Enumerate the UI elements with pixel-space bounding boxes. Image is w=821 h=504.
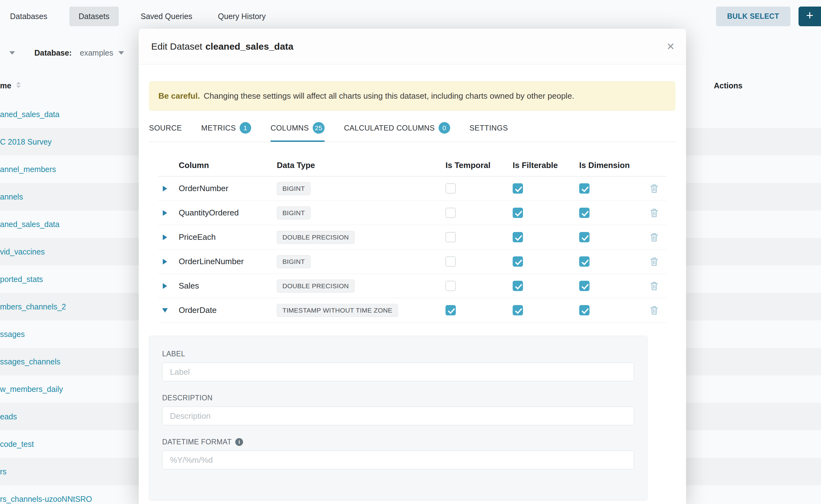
column-name: PriceEach — [172, 232, 270, 242]
database-filter-label: Database: — [34, 48, 72, 57]
tab-calculated-columns[interactable]: CALCULATED COLUMNS 0 — [344, 122, 450, 142]
is-filterable-checkbox[interactable] — [513, 256, 523, 267]
nav-tab-query-history[interactable]: Query History — [214, 7, 269, 26]
dataset-link[interactable]: ssages — [0, 330, 25, 339]
description-input[interactable] — [162, 407, 634, 425]
actions-column-header: Actions — [714, 81, 743, 90]
column-row-expanded: OrderDate TIMESTAMP WITHOUT TIME ZONE — [158, 298, 667, 323]
column-row: OrderNumber BIGINT — [158, 176, 667, 201]
delete-column-icon[interactable] — [650, 306, 658, 315]
is-temporal-checkbox[interactable] — [446, 183, 456, 194]
sort-icon[interactable] — [16, 82, 21, 88]
nav-actions: BULK SELECT + — [716, 7, 821, 26]
collapse-caret-icon[interactable] — [162, 308, 168, 313]
dataset-link[interactable]: eads — [0, 412, 17, 421]
tab-label: COLUMNS — [270, 124, 309, 132]
is-filterable-checkbox[interactable] — [513, 232, 523, 242]
is-dimension-checkbox[interactable] — [579, 232, 590, 242]
column-row: OrderLineNumber BIGINT — [158, 250, 667, 274]
is-temporal-checkbox[interactable] — [446, 305, 456, 315]
dataset-link[interactable]: C 2018 Survey — [0, 137, 52, 146]
datetime-format-field-label: DATETIME FORMAT — [162, 438, 231, 446]
warning-bold-text: Be careful. — [158, 91, 200, 101]
data-type-header: Data Type — [270, 161, 439, 170]
is-dimension-checkbox[interactable] — [579, 208, 590, 218]
chevron-down-icon[interactable] — [118, 51, 124, 55]
modal-title-dataset-name: cleaned_sales_data — [205, 41, 293, 52]
name-column-header[interactable]: me — [0, 81, 11, 90]
tab-label: METRICS — [201, 124, 236, 132]
dataset-link[interactable]: aned_sales_data — [0, 220, 59, 229]
delete-column-icon[interactable] — [650, 184, 658, 193]
dataset-link[interactable]: rs_channels-uzooNNtSRO — [0, 495, 92, 504]
is-dimension-checkbox[interactable] — [579, 305, 590, 315]
data-type-pill: TIMESTAMP WITHOUT TIME ZONE — [277, 304, 398, 317]
is-dimension-checkbox[interactable] — [579, 256, 590, 267]
warning-text: Changing these settings will affect all … — [204, 91, 574, 101]
database-filter-select[interactable]: examples — [80, 48, 113, 57]
delete-column-icon[interactable] — [650, 257, 658, 266]
column-row: PriceEach DOUBLE PRECISION — [158, 225, 667, 250]
columns-table: Column Data Type Is Temporal Is Filterab… — [158, 155, 667, 323]
is-temporal-checkbox[interactable] — [446, 281, 456, 291]
nav-tabs: Databases Datasets Saved Queries Query H… — [0, 7, 269, 26]
tab-source[interactable]: SOURCE — [149, 122, 182, 142]
delete-column-icon[interactable] — [650, 208, 658, 218]
expand-caret-icon[interactable] — [163, 210, 167, 216]
tab-settings[interactable]: SETTINGS — [470, 122, 508, 142]
dataset-link[interactable]: annels — [0, 192, 23, 201]
is-filterable-checkbox[interactable] — [513, 208, 523, 218]
add-dataset-button[interactable]: + — [799, 7, 821, 26]
is-dimension-checkbox[interactable] — [579, 183, 590, 194]
chevron-down-icon[interactable] — [9, 51, 15, 55]
column-row: Sales DOUBLE PRECISION — [158, 274, 667, 298]
tab-label: CALCULATED COLUMNS — [344, 124, 435, 132]
expand-caret-icon[interactable] — [163, 235, 167, 240]
column-name: OrderLineNumber — [172, 257, 270, 266]
label-field-label: LABEL — [162, 350, 634, 358]
columns-table-header: Column Data Type Is Temporal Is Filterab… — [158, 155, 667, 176]
label-input[interactable] — [162, 363, 634, 381]
is-dimension-checkbox[interactable] — [579, 281, 590, 291]
column-header: Column — [172, 161, 270, 170]
modal-tabs: SOURCE METRICS 1 COLUMNS 25 CALCULATED C… — [149, 111, 675, 142]
datetime-format-field-group: DATETIME FORMAT i — [162, 438, 634, 469]
is-filterable-checkbox[interactable] — [513, 183, 523, 194]
nav-tab-databases[interactable]: Databases — [6, 7, 51, 26]
dataset-link[interactable]: ported_stats — [0, 275, 43, 284]
description-field-label: DESCRIPTION — [162, 394, 634, 402]
is-temporal-checkbox[interactable] — [446, 208, 456, 218]
nav-tab-datasets[interactable]: Datasets — [69, 7, 119, 26]
data-type-pill: BIGINT — [277, 182, 310, 195]
is-temporal-checkbox[interactable] — [446, 256, 456, 267]
tab-metrics[interactable]: METRICS 1 — [201, 122, 251, 142]
dataset-link[interactable]: rs — [0, 467, 7, 476]
dataset-link[interactable]: mbers_channels_2 — [0, 302, 66, 311]
tab-label: SOURCE — [149, 124, 182, 132]
datetime-format-input[interactable] — [162, 451, 634, 469]
dataset-link[interactable]: code_test — [0, 440, 34, 449]
is-temporal-checkbox[interactable] — [446, 232, 456, 242]
dataset-link[interactable]: ssages_channels — [0, 357, 60, 366]
expand-caret-icon[interactable] — [163, 186, 167, 191]
dataset-link[interactable]: annel_members — [0, 165, 56, 174]
modal-title-prefix: Edit Dataset — [151, 41, 202, 52]
is-filterable-checkbox[interactable] — [513, 281, 523, 291]
delete-column-icon[interactable] — [650, 281, 658, 291]
expand-caret-icon[interactable] — [163, 259, 167, 264]
edit-dataset-modal: Edit Datasetcleaned_sales_data ✕ Be care… — [139, 29, 686, 504]
nav-tab-saved-queries[interactable]: Saved Queries — [137, 7, 196, 26]
close-icon[interactable]: ✕ — [666, 29, 675, 64]
dataset-link[interactable]: aned_sales_data — [0, 110, 59, 119]
expand-caret-icon[interactable] — [163, 283, 167, 289]
info-icon[interactable]: i — [235, 438, 243, 446]
dataset-link[interactable]: vid_vaccines — [0, 247, 45, 256]
data-type-pill: DOUBLE PRECISION — [277, 231, 354, 244]
is-filterable-checkbox[interactable] — [513, 305, 523, 315]
tab-columns[interactable]: COLUMNS 25 — [270, 122, 324, 142]
data-type-pill: BIGINT — [277, 206, 310, 220]
modal-title: Edit Datasetcleaned_sales_data — [151, 41, 293, 52]
delete-column-icon[interactable] — [650, 233, 658, 242]
dataset-link[interactable]: w_members_daily — [0, 385, 63, 394]
bulk-select-button[interactable]: BULK SELECT — [716, 7, 791, 26]
